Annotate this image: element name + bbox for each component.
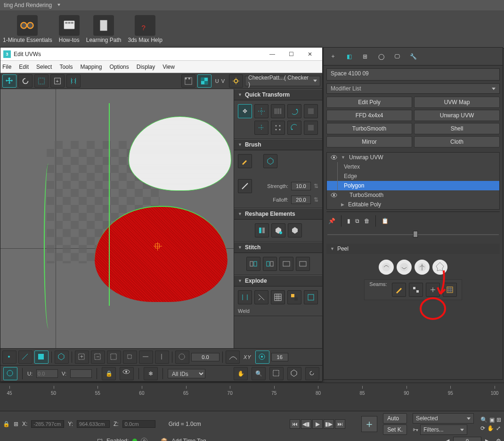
show-map-toggle[interactable] xyxy=(181,74,195,88)
edge-subobj[interactable] xyxy=(18,351,33,364)
u-input[interactable] xyxy=(36,369,58,378)
menu-file[interactable]: File xyxy=(2,64,11,70)
make-unique-icon[interactable]: ⧉ xyxy=(355,218,359,224)
prev-frame-icon[interactable]: ◀▮ xyxy=(301,419,311,429)
orbit-icon[interactable]: ⟳ xyxy=(480,425,485,432)
autokey-button[interactable]: Auto xyxy=(383,413,407,424)
peel-quick-icon[interactable] xyxy=(379,260,394,275)
pelt-map-icon[interactable] xyxy=(432,260,447,275)
qt-btn-1[interactable] xyxy=(254,104,268,118)
timeline[interactable]: 4550556065707580859095100 xyxy=(0,383,504,411)
shortcut-learning[interactable]: Learning Path xyxy=(86,15,122,43)
qt-btn-2[interactable] xyxy=(271,104,285,118)
menu-edit[interactable]: Edit xyxy=(19,64,29,70)
display-tab[interactable]: 🖵 xyxy=(390,50,404,63)
explode-5[interactable] xyxy=(304,290,318,304)
peel-reset-icon[interactable] xyxy=(397,260,412,275)
stack-edge[interactable]: Edge xyxy=(327,172,499,181)
align-btn[interactable]: ✥ xyxy=(238,104,252,118)
menu-select[interactable]: Select xyxy=(36,64,52,70)
stack-editable-poly[interactable]: ▶ Editable Poly xyxy=(327,200,499,209)
motion-tab[interactable]: ◯ xyxy=(374,50,388,63)
scale-tool[interactable] xyxy=(34,74,49,88)
filters-combo[interactable]: Filters... xyxy=(420,425,467,435)
element-mode[interactable] xyxy=(55,351,69,364)
rollout-reshape[interactable]: Reshape Elements xyxy=(234,208,322,220)
explode-1[interactable] xyxy=(238,290,252,304)
mod-mirror[interactable]: Mirror xyxy=(326,136,412,147)
pan-icon[interactable]: ✋ xyxy=(234,367,248,380)
shortcut-howtos[interactable]: How-tos xyxy=(59,15,80,43)
shortcut-help[interactable]: ? 3ds Max Help xyxy=(128,15,162,43)
transform-gizmo[interactable] xyxy=(3,367,17,380)
hierarchy-tab[interactable]: ⊞ xyxy=(358,50,372,63)
keyfilter-combo[interactable]: Selected xyxy=(413,413,474,424)
menu-mapping[interactable]: Mapping xyxy=(80,64,102,70)
addtag-label[interactable]: Add Time Tag xyxy=(171,438,206,441)
rollout-quick-transform[interactable]: Quick Transform xyxy=(234,89,322,100)
qt-btn-5[interactable] xyxy=(254,121,268,135)
script-icon[interactable]: 🛡 xyxy=(97,438,103,441)
pin-stack-icon[interactable]: 📌 xyxy=(328,218,335,224)
strength-spinner[interactable] xyxy=(291,182,311,190)
shortcut-1min[interactable]: 1-Minute Essentials xyxy=(3,15,52,43)
zoom-extents-icon[interactable] xyxy=(287,367,301,380)
dropdown-icon[interactable] xyxy=(56,2,66,8)
next-frame-icon[interactable]: ▮▶ xyxy=(324,419,334,429)
stack-slider[interactable] xyxy=(327,230,499,239)
seam-expand-icon[interactable] xyxy=(426,283,440,297)
zoom-icon[interactable]: 🔍 xyxy=(480,416,488,423)
qt-btn-3[interactable] xyxy=(287,104,301,118)
sel-add[interactable]: + xyxy=(75,351,89,364)
stack-turbosmooth[interactable]: TurboSmooth xyxy=(327,190,499,200)
checker-toggle[interactable] xyxy=(197,74,211,88)
setkey-button[interactable]: Set K. xyxy=(383,425,407,435)
delete-modifier-icon[interactable]: 🗑 xyxy=(364,218,370,224)
brush-relax[interactable] xyxy=(263,154,277,168)
mod-edit-poly[interactable]: Edit Poly xyxy=(326,97,412,108)
goto-end-icon[interactable]: ⏭ xyxy=(335,419,345,429)
utilities-tab[interactable]: 🔧 xyxy=(406,50,420,63)
visibility-icon[interactable] xyxy=(331,154,337,161)
reshape-relax[interactable] xyxy=(271,223,285,237)
zoom-region-icon[interactable] xyxy=(269,367,284,380)
vert-subobj[interactable] xyxy=(2,351,16,364)
rollout-peel[interactable]: Peel xyxy=(326,244,500,254)
timetag-icon[interactable]: 📦 xyxy=(161,438,168,441)
lock-icon[interactable]: 🔒 xyxy=(102,367,116,380)
explode-2[interactable] xyxy=(254,290,268,304)
menu-options[interactable]: Options xyxy=(109,64,129,70)
mod-unwrap[interactable]: Unwrap UVW xyxy=(414,110,500,121)
maximize-button[interactable]: ☐ xyxy=(282,48,301,61)
titlebar[interactable]: 3 Edit UVWs — ☐ ✕ xyxy=(0,48,322,61)
qt-btn-8[interactable] xyxy=(304,121,318,135)
frame-input[interactable] xyxy=(453,437,481,441)
options-button[interactable] xyxy=(229,74,243,88)
snap-value[interactable] xyxy=(271,353,288,361)
stitch-3[interactable] xyxy=(279,257,293,271)
minimize-button[interactable]: — xyxy=(263,48,282,61)
ring-sel[interactable] xyxy=(155,351,169,364)
falloff-spinner[interactable] xyxy=(291,196,311,204)
zoom-icon[interactable]: 🔍 xyxy=(252,367,266,380)
checker-texture-combo[interactable]: CheckerPatt...( Checker ) xyxy=(245,76,320,86)
reshape-pack[interactable] xyxy=(288,223,302,237)
stack-polygon[interactable]: Polygon xyxy=(327,181,499,190)
seam-p2p-icon[interactable] xyxy=(409,283,423,297)
spinner-arrows-icon[interactable]: ⇅ xyxy=(314,196,318,203)
play-icon[interactable]: ▶ xyxy=(312,419,323,429)
move-tool[interactable] xyxy=(2,74,16,88)
fov-icon[interactable]: ▣ xyxy=(489,416,495,423)
seam-edit-icon[interactable] xyxy=(392,283,406,297)
close-button[interactable]: ✕ xyxy=(301,48,319,61)
all-views-icon[interactable]: ⊞ xyxy=(496,416,501,423)
freeform-tool[interactable]: + xyxy=(50,74,65,88)
falloff-shape[interactable] xyxy=(226,351,240,364)
key-mode-icon[interactable]: 🗝 xyxy=(413,426,418,433)
object-name-field[interactable]: Space 4100 09 xyxy=(326,68,500,81)
stack-vertex[interactable]: Vertex xyxy=(327,162,499,172)
uv-cluster-white[interactable] xyxy=(129,116,231,191)
explode-3[interactable] xyxy=(271,290,285,304)
rollout-brush[interactable]: Brush xyxy=(234,139,322,150)
rollout-stitch[interactable]: Stitch xyxy=(234,242,322,253)
